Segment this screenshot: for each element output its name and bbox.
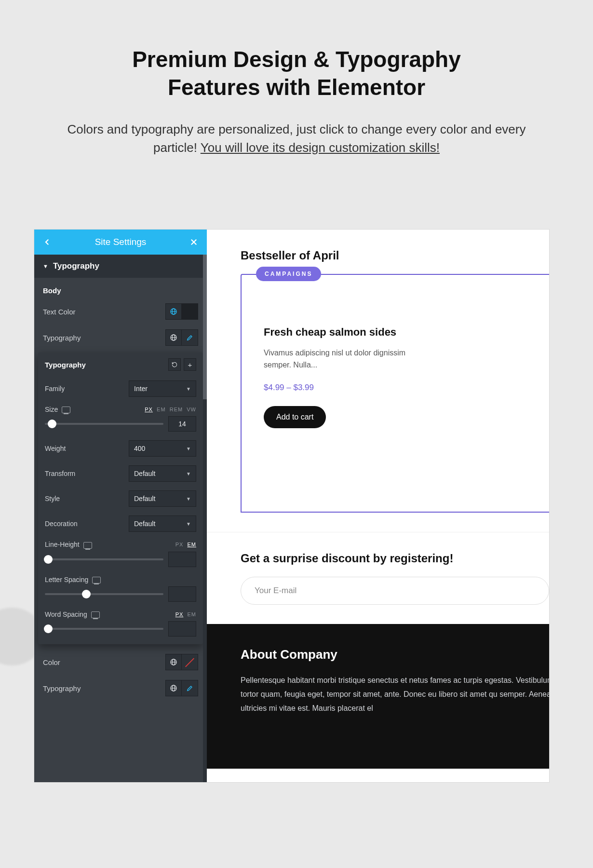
section-typography[interactable]: ▼ Typography	[34, 255, 207, 278]
wordspacing-input[interactable]	[168, 621, 196, 637]
product-title: Fresh cheap salmon sides	[264, 326, 545, 339]
global-color-button[interactable]	[165, 303, 182, 320]
lineheight-label: Line-Height	[45, 541, 92, 548]
hero-title: Premium Design & Typography Features wit…	[0, 0, 593, 101]
hero-subtitle: Colors and typography are personalized, …	[0, 121, 593, 157]
letterspacing-slider[interactable]	[45, 593, 163, 595]
hero-title-line1: Premium Design & Typography	[132, 47, 461, 72]
reset-button[interactable]	[168, 358, 181, 371]
color-swatch-button[interactable]	[182, 303, 198, 320]
caret-down-icon: ▼	[43, 263, 48, 269]
typography-label: Typography	[43, 334, 81, 342]
settings-panel: Site Settings ▼ Typography Body Text Col…	[34, 230, 207, 782]
about-heading: About Company	[241, 647, 549, 662]
discount-heading: Get a surprise discount by registering!	[241, 552, 549, 565]
device-icon[interactable]	[83, 542, 92, 549]
global-typo-button-2[interactable]	[165, 680, 182, 696]
typography-popover: Typography + Family Inter▼ Size PX EM RE…	[38, 353, 203, 644]
transform-label: Transform	[45, 470, 75, 477]
lineheight-input[interactable]	[168, 552, 196, 567]
decoration-select[interactable]: Default▼	[129, 515, 196, 532]
device-icon[interactable]	[92, 577, 101, 583]
wordspacing-units[interactable]: PX EM	[175, 611, 196, 617]
edit-typo-button[interactable]	[182, 329, 198, 346]
color-label: Color	[43, 658, 60, 666]
section-label: Typography	[53, 261, 99, 271]
size-units[interactable]: PX EM REM VW	[145, 407, 196, 412]
family-label: Family	[45, 385, 65, 393]
hero-sub-underlined: You will love its design customization s…	[201, 140, 440, 155]
hero-title-line2: Features with Elementor	[168, 75, 425, 100]
device-icon[interactable]	[91, 611, 100, 618]
family-value: Inter	[134, 385, 148, 393]
discount-section: Get a surprise discount by registering! …	[207, 532, 549, 624]
lineheight-units[interactable]: PX EM	[175, 542, 196, 547]
body-group-label: Body	[34, 278, 207, 298]
typography-label-2: Typography	[43, 684, 81, 692]
row-typography: Typography	[34, 325, 207, 351]
about-body: Pellentesque habitant morbi tristique se…	[241, 674, 550, 715]
row-text-color: Text Color	[34, 298, 207, 325]
letterspacing-label: Letter Spacing	[45, 576, 101, 583]
back-button[interactable]	[42, 237, 53, 247]
text-color-label: Text Color	[43, 308, 76, 316]
size-label: Size	[45, 406, 70, 413]
device-icon[interactable]	[62, 407, 70, 413]
app-window: Site Settings ▼ Typography Body Text Col…	[34, 229, 550, 783]
footer-section: About Company Pellentesque habitant morb…	[207, 624, 549, 769]
letterspacing-input[interactable]	[168, 586, 196, 602]
transform-select[interactable]: Default▼	[129, 465, 196, 482]
campaigns-badge: CAMPAIGNS	[256, 267, 321, 281]
weight-label: Weight	[45, 445, 66, 452]
weight-select[interactable]: 400▼	[129, 440, 196, 457]
bestseller-heading: Bestseller of April	[207, 230, 549, 274]
size-slider[interactable]	[45, 423, 163, 425]
popover-title: Typography	[45, 361, 86, 369]
panel-scrollbar[interactable]	[203, 255, 207, 782]
style-label: Style	[45, 495, 60, 502]
panel-title: Site Settings	[53, 237, 189, 247]
decoration-label: Decoration	[45, 520, 78, 528]
style-select[interactable]: Default▼	[129, 490, 196, 507]
product-card: CAMPAIGNS Fresh cheap salmon sides Vivam…	[241, 274, 550, 513]
panel-header: Site Settings	[34, 230, 207, 255]
chevron-down-icon: ▼	[186, 386, 191, 392]
row-typography-2: Typography	[34, 675, 207, 701]
row-color: Color	[34, 649, 207, 675]
email-input[interactable]: Your E-mail	[241, 577, 549, 605]
edit-typo-button-2[interactable]	[182, 680, 198, 696]
email-placeholder: Your E-mail	[255, 586, 296, 596]
close-button[interactable]	[189, 237, 199, 247]
size-input[interactable]: 14	[168, 416, 196, 432]
product-price: $4.99 – $3.99	[264, 383, 545, 393]
add-button[interactable]: +	[184, 358, 196, 371]
global-color-button-2[interactable]	[165, 654, 182, 670]
family-select[interactable]: Inter▼	[129, 380, 196, 397]
no-color-button[interactable]	[182, 654, 198, 670]
add-to-cart-button[interactable]: Add to cart	[264, 406, 326, 428]
global-typo-button[interactable]	[165, 329, 182, 346]
lineheight-slider[interactable]	[45, 558, 163, 560]
wordspacing-label: Word Spacing	[45, 610, 100, 618]
product-description: Vivamus adipiscing nisl ut dolor digniss…	[264, 347, 418, 371]
wordspacing-slider[interactable]	[45, 628, 163, 630]
preview-area: Bestseller of April CAMPAIGNS Fresh chea…	[207, 230, 549, 782]
